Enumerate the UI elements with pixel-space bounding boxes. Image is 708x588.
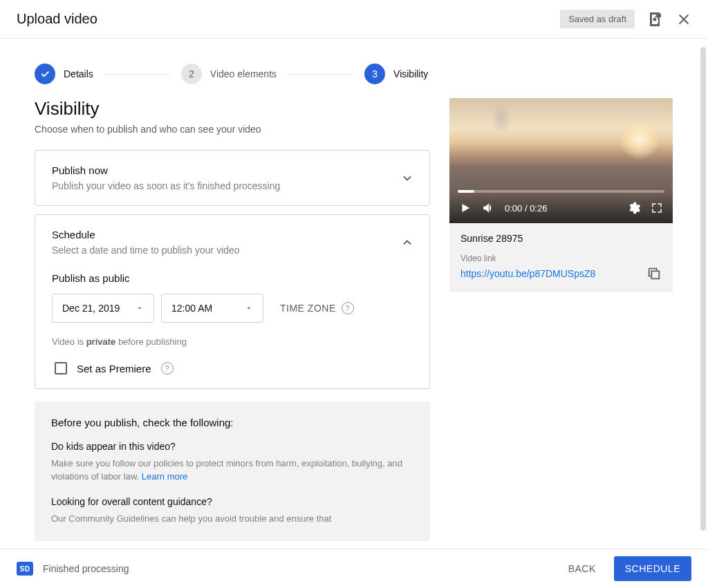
dialog-header: Upload video Saved as draft [0,0,708,39]
step-check-icon [35,64,55,84]
datetime-row: Dec 21, 2019 12:00 AM TIME ZONE ? [52,294,413,323]
guidance-question: Looking for overall content guidance? [51,496,413,507]
video-title: Sunrise 28975 [460,233,662,244]
help-icon[interactable]: ? [161,362,174,374]
settings-gear-icon[interactable] [627,201,641,215]
page-title: Visibility [35,98,430,120]
step-number: 2 [181,64,202,84]
schedule-title: Schedule [52,229,413,240]
chevron-up-icon [400,236,414,249]
step-label: Details [64,68,93,79]
step-number: 3 [364,64,385,84]
sd-badge: SD [17,562,33,576]
time-select[interactable]: 12:00 AM [161,294,263,323]
time-value: 12:00 AM [171,303,212,314]
premiere-label: Set as Premiere [77,363,151,374]
dialog-title: Upload video [17,11,97,27]
date-value: Dec 21, 2019 [62,303,120,314]
step-label: Visibility [393,68,428,79]
saved-draft-badge: Saved as draft [560,10,635,28]
dropdown-caret-icon [136,304,144,312]
processing-status: Finished processing [43,563,557,574]
exit-icon[interactable] [647,11,664,28]
schedule-desc: Select a date and time to publish your v… [52,245,413,256]
back-button[interactable]: BACK [557,556,607,581]
learn-more-link[interactable]: Learn more [142,471,187,482]
svg-point-1 [653,17,657,21]
kids-desc: Make sure you follow our policies to pro… [51,457,413,484]
step-details[interactable]: Details [35,64,93,84]
guidance-desc: Our Community Guidelines can help you av… [51,513,413,526]
svg-rect-2 [651,271,659,278]
page-subtitle: Choose when to publish and who can see y… [35,124,430,135]
scrollbar[interactable] [700,47,706,531]
date-select[interactable]: Dec 21, 2019 [52,294,154,323]
video-link-row: https://youtu.be/p87DMUSpsZ8 [460,266,662,281]
step-video-elements[interactable]: 2 Video elements [181,64,277,84]
help-icon[interactable]: ? [342,302,354,314]
premiere-row: Set as Premiere ? [55,362,413,374]
video-player[interactable]: 0:00 / 0:26 [449,98,673,223]
fullscreen-icon[interactable] [651,202,663,214]
before-publish-card: Before you publish, check the following:… [35,401,430,541]
dialog-body-scroll[interactable]: Details 2 Video elements 3 Visibility Vi… [0,47,708,549]
private-note: Video is private before publishing [52,336,413,347]
video-preview: 0:00 / 0:26 Sunrise 28975 Video link htt… [449,98,673,292]
play-icon[interactable] [459,202,472,214]
right-column: 0:00 / 0:26 Sunrise 28975 Video link htt… [449,98,673,541]
timezone-label: TIME ZONE [280,303,336,314]
time-display: 0:00 / 0:26 [505,203,617,214]
dialog-footer: SD Finished processing BACK SCHEDULE [0,549,708,588]
header-actions: Saved as draft [560,10,691,28]
video-controls: 0:00 / 0:26 [449,193,673,223]
publish-now-title: Publish now [52,164,413,176]
kids-question: Do kids appear in this video? [51,441,413,452]
schedule-card[interactable]: Schedule Select a date and time to publi… [35,214,430,389]
schedule-button[interactable]: SCHEDULE [614,556,691,581]
step-visibility[interactable]: 3 Visibility [364,64,428,84]
premiere-checkbox[interactable] [55,362,67,374]
close-icon[interactable] [676,12,691,27]
publish-as-public-label: Publish as public [52,272,413,284]
checklist-heading: Before you publish, check the following: [51,417,413,428]
preview-meta: Sunrise 28975 Video link https://youtu.b… [449,223,673,292]
volume-icon[interactable] [481,201,495,215]
publish-now-desc: Publish your video as soon as it's finis… [52,180,413,191]
video-link[interactable]: https://youtu.be/p87DMUSpsZ8 [460,268,595,279]
left-column: Visibility Choose when to publish and wh… [35,98,430,541]
timezone-button[interactable]: TIME ZONE ? [280,302,354,314]
video-link-label: Video link [460,254,662,263]
step-divider [288,74,353,75]
publish-now-card[interactable]: Publish now Publish your video as soon a… [35,150,430,206]
copy-icon[interactable] [646,266,662,281]
dropdown-caret-icon [245,304,253,312]
step-label: Video elements [210,68,277,79]
step-divider [104,74,170,75]
main-columns: Visibility Choose when to publish and wh… [0,98,708,549]
chevron-down-icon [400,171,414,185]
stepper: Details 2 Video elements 3 Visibility [0,47,708,98]
